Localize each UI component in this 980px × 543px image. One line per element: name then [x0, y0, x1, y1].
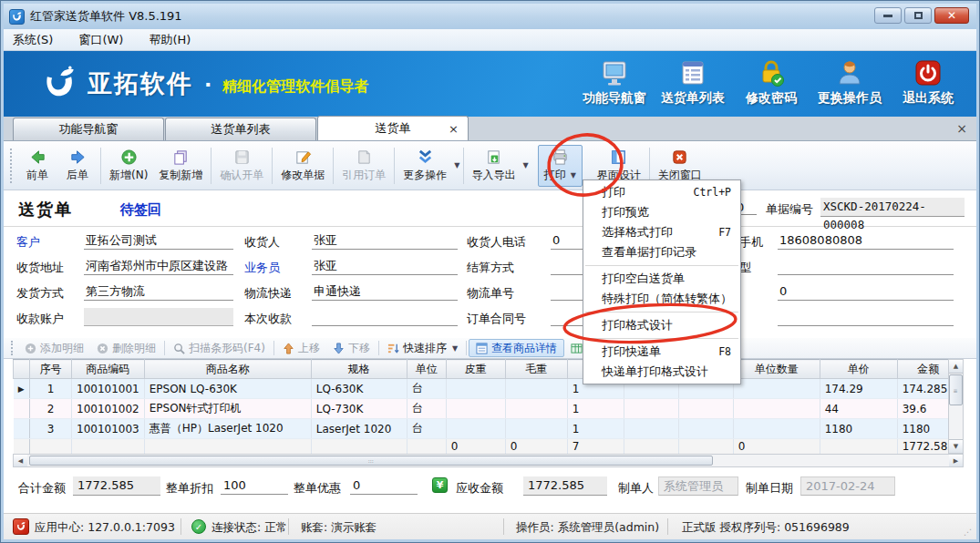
- more-actions-caret-icon[interactable]: ▼: [454, 161, 459, 169]
- table-cell[interactable]: 1180: [820, 419, 897, 439]
- table-cell[interactable]: [733, 379, 820, 399]
- tab-delivery-order[interactable]: 送货单 ×: [317, 116, 469, 140]
- table-cell[interactable]: 台: [407, 419, 446, 439]
- menu-system[interactable]: 系统(S): [13, 32, 53, 48]
- vscroll-thumb[interactable]: ≡: [949, 374, 963, 405]
- table-cell[interactable]: LQ-730K: [311, 399, 407, 419]
- vertical-scrollbar[interactable]: ▲ ≡ ▼: [948, 359, 964, 454]
- banner-switch-operator-button[interactable]: 更换操作员: [810, 58, 889, 107]
- print-menu-item-5[interactable]: 打印空白送货单: [583, 269, 740, 289]
- column-header-2[interactable]: 商品名称: [144, 360, 311, 379]
- form-field[interactable]: 第三方物流: [84, 282, 233, 301]
- import-export-caret-icon[interactable]: ▼: [523, 161, 529, 169]
- view-product-detail-button[interactable]: 查看商品详情: [469, 339, 564, 357]
- discount-input[interactable]: 100: [221, 476, 288, 495]
- table-cell[interactable]: 3: [30, 419, 72, 439]
- banner-exit-button[interactable]: 退出系统: [889, 58, 967, 107]
- scroll-down-icon[interactable]: ▼: [949, 439, 963, 453]
- tab-close-icon[interactable]: ×: [449, 122, 459, 136]
- print-button[interactable]: 打印▼: [538, 145, 583, 187]
- table-row[interactable]: ▶1100101001EPSON LQ-630KLQ-630K台1174.291…: [14, 379, 960, 399]
- table-cell[interactable]: EPSON针式打印机: [144, 399, 311, 419]
- import-export-button[interactable]: 导入导出: [467, 146, 521, 186]
- table-cell[interactable]: [733, 419, 820, 439]
- print-menu-item-1[interactable]: 打印预览: [583, 202, 740, 222]
- form-field[interactable]: 0: [778, 282, 954, 301]
- table-cell[interactable]: [446, 399, 505, 419]
- maximize-button[interactable]: [904, 7, 932, 24]
- print-menu-item-8[interactable]: 打印格式设计: [583, 315, 740, 335]
- table-cell[interactable]: EPSON LQ-630K: [144, 379, 311, 399]
- table-cell[interactable]: [624, 399, 678, 419]
- quick-sort-button[interactable]: 快速排序 ▼: [381, 341, 464, 356]
- print-menu-item-11[interactable]: 快递单打印格式设计: [583, 362, 740, 382]
- table-row[interactable]: 3100101003惠普（HP）LaserJet 1020LaserJet 10…: [14, 419, 960, 439]
- horizontal-scrollbar[interactable]: ◀ ::: ▶: [13, 454, 964, 467]
- table-cell[interactable]: [505, 379, 567, 399]
- form-field[interactable]: 18608080808: [778, 231, 954, 250]
- column-header-0[interactable]: 序号: [30, 360, 72, 379]
- table-cell[interactable]: 惠普（HP）LaserJet 1020: [144, 419, 311, 439]
- scroll-right-icon[interactable]: ▶: [949, 455, 963, 466]
- form-label[interactable]: 客户: [16, 234, 40, 251]
- column-header-11[interactable]: 单价: [820, 360, 897, 379]
- table-cell[interactable]: 1: [30, 379, 72, 399]
- prev-doc-button[interactable]: 前单: [17, 146, 57, 186]
- table-cell[interactable]: [678, 419, 733, 439]
- copy-new-button[interactable]: 复制新增: [153, 146, 208, 186]
- form-field[interactable]: [778, 257, 954, 275]
- table-cell[interactable]: [733, 399, 820, 419]
- print-menu-item-3[interactable]: 查看单据打印记录: [583, 242, 740, 262]
- table-cell[interactable]: 1: [567, 399, 624, 419]
- table-cell[interactable]: 台: [407, 399, 446, 419]
- tabstrip-close-icon[interactable]: ×: [956, 121, 967, 136]
- print-menu-item-2[interactable]: 选择格式打印F7: [583, 222, 740, 242]
- print-menu-item-0[interactable]: 打印Ctrl+P: [583, 182, 740, 202]
- close-button[interactable]: ✕: [934, 7, 969, 24]
- column-header-5[interactable]: 皮重: [446, 360, 505, 379]
- table-cell[interactable]: 174.29: [820, 379, 897, 399]
- table-cell[interactable]: 台: [407, 379, 446, 399]
- more-actions-button[interactable]: 更多操作: [397, 146, 452, 186]
- column-header-10[interactable]: 单位数量: [733, 360, 820, 379]
- print-menu-item-6[interactable]: 特殊打印（简体转繁体）: [583, 289, 740, 309]
- scroll-left-icon[interactable]: ◀: [14, 455, 27, 466]
- column-header-1[interactable]: 商品编码: [72, 360, 145, 379]
- hscroll-thumb[interactable]: :::: [29, 456, 713, 466]
- column-header-3[interactable]: 规格: [311, 360, 407, 379]
- table-cell[interactable]: [505, 419, 567, 439]
- menu-help[interactable]: 帮助(H): [149, 32, 191, 48]
- table-cell[interactable]: 100101001: [72, 379, 145, 399]
- table-cell[interactable]: 44: [820, 399, 897, 419]
- tab-nav-window[interactable]: 功能导航窗: [13, 118, 164, 140]
- form-field[interactable]: [84, 308, 233, 326]
- promo-input[interactable]: 0: [350, 476, 418, 495]
- table-cell[interactable]: 2: [30, 399, 72, 419]
- column-header-6[interactable]: 毛重: [505, 360, 567, 379]
- banner-nav-window-button[interactable]: 功能导航窗: [575, 58, 654, 107]
- print-caret-icon[interactable]: ▼: [571, 171, 576, 179]
- menu-window[interactable]: 窗口(W): [78, 32, 123, 48]
- table-cell[interactable]: [624, 419, 678, 439]
- table-cell[interactable]: 1: [567, 419, 624, 439]
- form-field[interactable]: 亚拓公司测试: [84, 231, 233, 250]
- new-button[interactable]: 新增(N): [104, 146, 153, 186]
- table-row[interactable]: 2100101002EPSON针式打印机LQ-730K台14439.6: [14, 399, 960, 419]
- table-cell[interactable]: LQ-630K: [311, 379, 407, 399]
- quick-sort-caret-icon[interactable]: ▼: [452, 344, 458, 353]
- tab-order-list[interactable]: 送货单列表: [165, 118, 316, 140]
- print-menu-item-10[interactable]: 打印快递单F8: [583, 342, 740, 362]
- minimize-button[interactable]: [874, 7, 902, 24]
- column-header-4[interactable]: 单位: [407, 360, 446, 379]
- form-field[interactable]: 张亚: [312, 231, 458, 250]
- table-cell[interactable]: [505, 399, 567, 419]
- form-field[interactable]: 河南省郑州市中原区建设路: [84, 257, 233, 275]
- scroll-up-icon[interactable]: ▲: [949, 360, 963, 374]
- table-cell[interactable]: [446, 419, 505, 439]
- table-cell[interactable]: 100101003: [72, 419, 145, 439]
- banner-order-list-button[interactable]: 修改密码 送货单列表: [654, 58, 732, 107]
- form-field[interactable]: 张亚: [312, 257, 458, 275]
- form-field[interactable]: [778, 308, 954, 326]
- table-cell[interactable]: LaserJet 1020: [311, 419, 407, 439]
- banner-change-password-button[interactable]: 修改密码: [732, 58, 810, 107]
